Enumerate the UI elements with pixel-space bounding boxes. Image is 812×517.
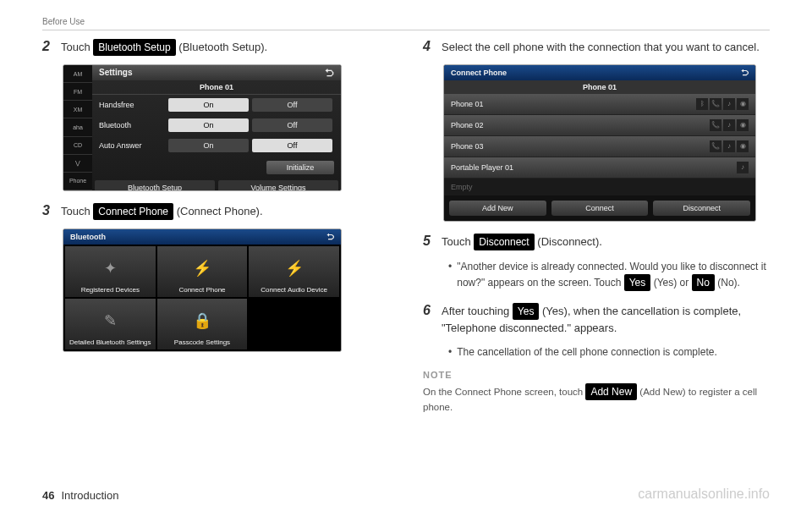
footer-section: Introduction: [61, 489, 118, 502]
text: The cancellation of the cell phone conne…: [457, 344, 717, 360]
tab-xm[interactable]: XM: [63, 101, 92, 118]
step-number: 5: [423, 234, 442, 249]
music-icon: ♪: [737, 162, 749, 173]
text: "Another device is already connected. Wo…: [457, 259, 770, 291]
step-number: 4: [423, 39, 442, 54]
list-item[interactable]: Phone 01ᛒ📞♪◉: [444, 94, 755, 115]
list-item[interactable]: Phone 02📞♪◉: [444, 115, 755, 136]
on-button[interactable]: On: [168, 118, 249, 132]
back-icon[interactable]: ⮌: [325, 68, 334, 78]
item-name: Phone 01: [451, 100, 696, 108]
label: Auto Answer: [99, 141, 167, 150]
item-name: Portable Player 01: [451, 163, 737, 172]
yes-button-ref: Yes: [624, 274, 651, 291]
tab-aha[interactable]: aha: [63, 118, 92, 136]
step-text: Touch Connect Phone (Connect Phone).: [61, 203, 389, 220]
empty-slot: Empty: [444, 179, 755, 195]
bluetooth-title: Bluetooth: [70, 233, 106, 241]
label: Connect Audio Device: [261, 286, 327, 294]
connect-phone-screenshot: Connect Phone⮌ Phone 01 Phone 01ᛒ📞♪◉ Pho…: [443, 64, 756, 222]
initialize-button[interactable]: Initialize: [266, 161, 334, 174]
watermark: carmanualsonline.info: [638, 487, 770, 502]
back-icon[interactable]: ⮌: [326, 233, 334, 241]
tab-am[interactable]: AM: [63, 65, 92, 83]
link-icon: ◉: [737, 140, 749, 152]
off-button[interactable]: Off: [252, 139, 332, 152]
left-column: 2 Touch Bluetooth Setup (Bluetooth Setup…: [42, 39, 389, 415]
item-name: Phone 02: [451, 121, 710, 129]
on-button[interactable]: On: [168, 139, 249, 152]
step-6-detail: • The cancellation of the cell phone con…: [448, 344, 770, 360]
list-item[interactable]: Portable Player 01♪: [444, 157, 755, 179]
label: Bluetooth: [99, 121, 167, 129]
off-button[interactable]: Off: [252, 118, 332, 132]
music-icon: ♪: [723, 98, 735, 110]
autoanswer-row: Auto Answer On Off: [92, 135, 341, 156]
note-text: On the Connect Phone screen, touch Add N…: [423, 383, 770, 415]
step-text: Touch Bluetooth Setup (Bluetooth Setup).: [61, 39, 389, 56]
disconnect-button-ref: Disconnect: [474, 234, 534, 250]
text: After touching: [442, 305, 513, 317]
step-text: After touching Yes (Yes), when the cance…: [442, 303, 770, 337]
bluetooth-row: Bluetooth On Off: [92, 115, 341, 135]
text: (Connect Phone).: [173, 205, 263, 217]
yes-button-ref: Yes: [513, 303, 540, 320]
current-phone: Phone 01: [444, 80, 755, 94]
connect-button[interactable]: Connect: [551, 201, 649, 216]
detailed-settings-tile[interactable]: ✎Detailed Bluetooth Settings: [65, 299, 156, 349]
tab-fm[interactable]: FM: [63, 83, 92, 101]
text: Touch: [61, 41, 93, 53]
text: (No).: [715, 277, 740, 289]
volume-settings-button[interactable]: Volume Settings: [218, 180, 338, 191]
bullet-icon: •: [448, 259, 452, 291]
label: Detailed Bluetooth Settings: [69, 338, 151, 346]
page-number: 46: [42, 489, 54, 502]
registered-devices-tile[interactable]: ✦Registered Devices: [65, 246, 156, 297]
list-item[interactable]: Phone 03📞♪◉: [444, 136, 755, 157]
passcode-tile[interactable]: 🔒Passcode Settings: [157, 299, 248, 349]
step-4: 4 Select the cell phone with the connect…: [423, 39, 770, 56]
tab-down[interactable]: ⋁: [63, 155, 92, 173]
bt-icon: ᛒ: [696, 98, 708, 110]
off-button[interactable]: Off: [252, 98, 332, 112]
bullet-icon: •: [448, 344, 452, 360]
header-section: Before Use: [42, 17, 770, 30]
status-icons: ᛒ📞♪◉: [696, 98, 749, 110]
text: (Yes) or: [650, 277, 691, 289]
on-button[interactable]: On: [168, 98, 249, 112]
connect-phone-tile[interactable]: ⚡Connect Phone: [157, 246, 248, 297]
text: Touch: [61, 205, 93, 217]
text: (Disconnect).: [535, 235, 602, 248]
audio-icon: ⚡: [285, 250, 304, 286]
tab-phone[interactable]: Phone: [63, 173, 92, 190]
label: Connect Phone: [178, 286, 225, 294]
connect-audio-tile[interactable]: ⚡Connect Audio Device: [249, 246, 339, 297]
disconnect-button[interactable]: Disconnect: [653, 201, 750, 216]
source-tabs: AM FM XM aha CD ⋁ Phone: [63, 65, 92, 190]
lock-icon: 🔒: [193, 302, 211, 338]
step-2: 2 Touch Bluetooth Setup (Bluetooth Setup…: [42, 39, 389, 56]
settings-title: Settings: [99, 68, 132, 78]
page-footer: 46Introduction carmanualsonline.info: [42, 487, 770, 502]
settings-screenshot: AM FM XM aha CD ⋁ Phone Settings⮌ Phone …: [63, 64, 342, 191]
music-icon: ♪: [723, 140, 735, 152]
text: Touch: [442, 235, 474, 248]
connect-phone-button-ref: Connect Phone: [93, 203, 173, 220]
back-icon[interactable]: ⮌: [741, 69, 749, 77]
step-text: Select the cell phone with the connectio…: [442, 39, 770, 56]
add-new-button[interactable]: Add New: [449, 201, 546, 216]
phone-name: Phone 01: [92, 80, 341, 95]
phone-icon: 📞: [710, 140, 721, 152]
step-number: 6: [423, 303, 442, 318]
bluetooth-setup-button[interactable]: Bluetooth Setup: [95, 180, 215, 191]
phone-icon: 📞: [710, 119, 721, 131]
status-icons: 📞♪◉: [710, 119, 749, 131]
note-header: NOTE: [423, 370, 770, 380]
tab-cd[interactable]: CD: [63, 137, 92, 155]
settings-icon: ✎: [104, 302, 117, 338]
link-icon: ◉: [737, 119, 749, 131]
label: Passcode Settings: [174, 338, 230, 346]
label: Registered Devices: [81, 286, 140, 294]
item-name: Phone 03: [451, 142, 710, 151]
right-column: 4 Select the cell phone with the connect…: [423, 39, 770, 415]
